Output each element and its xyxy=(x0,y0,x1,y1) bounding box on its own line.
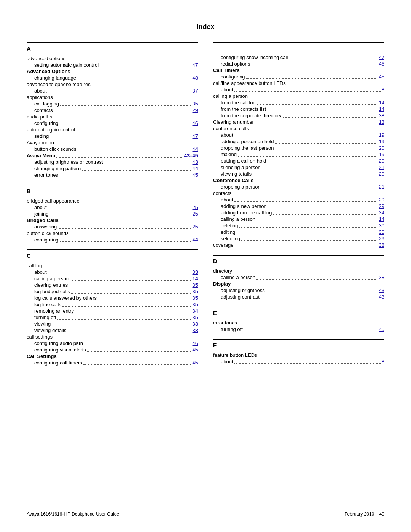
index-entry: conference calls xyxy=(213,126,384,131)
sub-index-entry: about 25 xyxy=(27,204,198,210)
index-entry: call/line appearance button LEDs xyxy=(213,80,384,86)
sub-index-entry: joining 25 xyxy=(27,211,198,217)
sub-index-entry: viewing details 33 xyxy=(27,328,198,333)
index-entry: Bridged Calls xyxy=(27,217,198,223)
index-section: B bridged call appearance about 25 joini… xyxy=(27,185,198,243)
sub-index-entry: configuring visual alerts 45 xyxy=(27,347,198,353)
sub-index-entry: configuring call timers 45 xyxy=(27,360,198,366)
index-entry: advanced options xyxy=(27,56,198,61)
index-entry: automatic gain control xyxy=(27,127,198,133)
sub-index-entry: redial options 46 xyxy=(213,61,384,67)
index-entry: error tones xyxy=(213,320,384,326)
sub-index-entry: button click sounds 44 xyxy=(27,146,198,152)
sub-index-entry: making 19 xyxy=(213,152,384,157)
sub-index-entry: answering 25 xyxy=(27,224,198,230)
sub-index-entry: calling a person 38 xyxy=(213,275,384,280)
sub-index-entry: log line calls 35 xyxy=(27,302,198,307)
index-entry: Clearing a number 13 xyxy=(213,119,384,125)
sub-index-entry: adding a new person 29 xyxy=(213,203,384,209)
section-letter: F xyxy=(213,339,384,348)
index-section: configuring show incoming call 47 redial… xyxy=(213,42,384,248)
index-entry: call log xyxy=(27,263,198,268)
sub-index-entry: selecting 29 xyxy=(213,236,384,241)
section-letter: D xyxy=(213,255,384,264)
index-section: C call log about 33 calling a person 14 xyxy=(27,249,198,366)
section-letter: B xyxy=(27,185,198,194)
index-entry: coverage 38 xyxy=(213,242,384,248)
index-entry: bridged call appearance xyxy=(27,198,198,204)
sub-index-entry: setting 47 xyxy=(27,133,198,139)
page-title: Index xyxy=(27,23,384,31)
sub-index-entry: dropping the last person 20 xyxy=(213,145,384,151)
sub-index-entry: about 8 xyxy=(213,87,384,93)
sub-index-entry: adjusting contrast 43 xyxy=(213,294,384,300)
sub-index-entry: calling a person 14 xyxy=(27,276,198,281)
sub-index-entry: log calls answered by others 35 xyxy=(27,295,198,301)
sub-index-entry: setting automatic gain control 47 xyxy=(27,62,198,68)
sub-index-entry: from the call log 14 xyxy=(213,100,384,105)
section-letter: A xyxy=(27,42,198,52)
sub-index-entry: turning off 35 xyxy=(27,315,198,320)
sub-index-entry: configuring 45 xyxy=(213,74,384,80)
index-entry: Call Settings xyxy=(27,353,198,359)
sub-index-entry: silencing a person 21 xyxy=(213,165,384,170)
sub-index-entry: configuring 44 xyxy=(27,237,198,243)
index-entry: advanced telephone features xyxy=(27,81,198,87)
sub-index-entry: configuring 46 xyxy=(27,120,198,126)
left-column: A advanced options setting automatic gai… xyxy=(27,42,198,372)
sub-index-entry: error tones 45 xyxy=(27,172,198,178)
sub-index-entry: editing 30 xyxy=(213,229,384,235)
index-section: A advanced options setting automatic gai… xyxy=(27,42,198,178)
index-entry: applications xyxy=(27,94,198,100)
sub-index-entry: about 8 xyxy=(213,359,384,364)
sub-index-entry: adding a person on hold 19 xyxy=(213,139,384,144)
section-letter: C xyxy=(27,249,198,259)
sub-index-entry: about 29 xyxy=(213,197,384,203)
index-entry: call settings xyxy=(27,334,198,340)
index-entry: directory xyxy=(213,268,384,274)
sub-index-entry: about 33 xyxy=(27,269,198,275)
index-entry: Display xyxy=(213,281,384,287)
sub-index-entry: configuring show incoming call 47 xyxy=(213,54,384,60)
sub-index-entry: call logging 35 xyxy=(27,101,198,107)
sub-index-entry: from the corporate directory 38 xyxy=(213,113,384,118)
sub-index-entry: about 37 xyxy=(27,88,198,94)
sub-index-entry: configuring audio path 46 xyxy=(27,340,198,346)
footer-left: Avaya 1616/1616-I IP Deskphone User Guid… xyxy=(27,511,119,517)
sub-index-entry: deleting 30 xyxy=(213,223,384,228)
index-entry: Avaya menu xyxy=(27,140,198,145)
index-entry: Conference Calls xyxy=(213,177,384,183)
index-entry: feature button LEDs xyxy=(213,352,384,358)
index-section: D directory calling a person 38 Display xyxy=(213,255,384,300)
index-section: F feature button LEDs about 8 xyxy=(213,339,384,364)
sub-index-entry: from the contacts list 14 xyxy=(213,106,384,112)
sub-index-entry: viewing tetails 20 xyxy=(213,171,384,177)
sub-index-entry: clearing entries 35 xyxy=(27,282,198,288)
section-letter: E xyxy=(213,307,384,316)
sub-index-entry: about 19 xyxy=(213,132,384,138)
index-entry: button click sounds xyxy=(27,230,198,236)
index-entry: Avaya Menu 43–45 xyxy=(27,153,198,158)
sub-index-entry: removing an entry 34 xyxy=(27,308,198,314)
sub-index-entry: putting a call on hold 20 xyxy=(213,158,384,164)
sub-index-entry: contacts 29 xyxy=(27,107,198,113)
sub-index-entry: log bridged calls 35 xyxy=(27,289,198,294)
sub-index-entry: adjusting brightness 43 xyxy=(213,288,384,293)
sub-index-entry: calling a person 14 xyxy=(213,216,384,222)
right-column: configuring show incoming call 47 redial… xyxy=(213,42,384,372)
sub-index-entry: changing ring pattern 44 xyxy=(27,166,198,171)
index-section: E error tones turning off 45 xyxy=(213,307,384,332)
sub-index-entry: dropping a person 21 xyxy=(213,184,384,190)
index-entry: contacts xyxy=(213,190,384,196)
index-entry: calling a person xyxy=(213,93,384,99)
index-entry: audio paths xyxy=(27,114,198,120)
sub-index-entry: adding from the call log 34 xyxy=(213,210,384,216)
sub-index-entry: changing language 48 xyxy=(27,75,198,81)
index-entry: Call Timers xyxy=(213,67,384,73)
footer-right: February 2010 49 xyxy=(344,511,384,517)
index-entry: Advanced Options xyxy=(27,69,198,74)
sub-index-entry: viewing 33 xyxy=(27,321,198,327)
sub-index-entry: adjusting brightness or contrast 43 xyxy=(27,159,198,165)
sub-index-entry: turning off 45 xyxy=(213,326,384,332)
